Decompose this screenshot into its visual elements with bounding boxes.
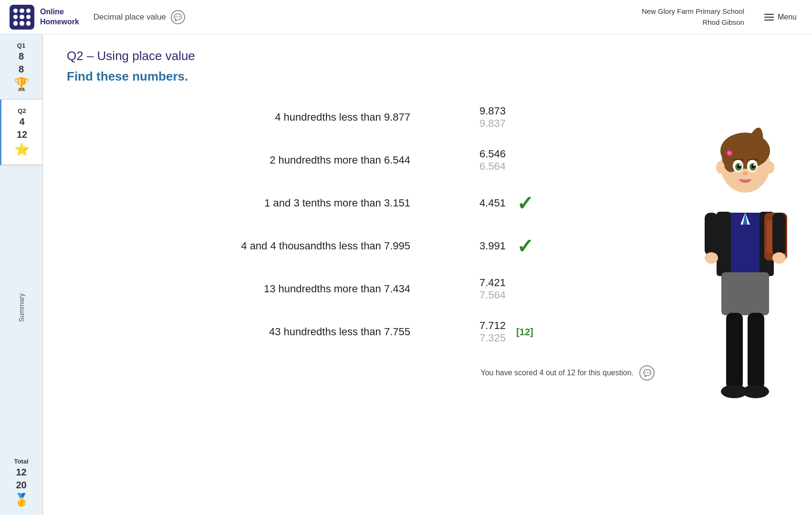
svg-point-22	[766, 161, 774, 174]
qa-correct-answer: 7.564	[479, 289, 506, 301]
sidebar-q2[interactable]: Q2 4 12 ⭐	[0, 100, 42, 165]
svg-rect-23	[705, 213, 718, 256]
sidebar: Q1 8 8 🏆 Q2 4 12 ⭐ Summary Total 12 20 🥇	[0, 34, 43, 515]
checkmark-icon: ✓	[517, 192, 533, 215]
q2-total: 12	[17, 129, 27, 140]
q2-label: Q2	[18, 107, 26, 114]
question-title: Q2 – Using place value	[67, 49, 655, 63]
qa-answer-area: 4.451	[439, 197, 506, 209]
q1-badge: 🏆	[14, 77, 29, 92]
q1-total: 8	[19, 64, 24, 75]
badge-hint: [12]	[516, 327, 533, 338]
total-score: 12	[16, 467, 26, 478]
svg-point-30	[742, 385, 769, 398]
svg-rect-27	[726, 313, 743, 389]
content-area: Q2 – Using place value Find these number…	[43, 34, 678, 515]
total-badge: 🥇	[14, 493, 29, 507]
qa-answer-area: 7.7127.325	[439, 319, 506, 344]
checkmark-icon: ✓	[517, 235, 533, 258]
qa-question-text: 4 and 4 thousandths less than 7.995	[67, 240, 439, 252]
total-label: Total	[14, 458, 28, 465]
qa-mark: ✓	[506, 235, 544, 258]
svg-point-18	[739, 164, 741, 166]
q2-score: 4	[19, 116, 24, 127]
total-possible: 20	[16, 480, 26, 491]
q1-score: 8	[19, 51, 24, 62]
character-illustration	[690, 108, 800, 442]
svg-point-26	[772, 252, 786, 264]
school-info: New Glory Farm Primary School Rhod Gibso…	[642, 6, 744, 28]
menu-button[interactable]: Menu	[759, 9, 802, 25]
svg-point-32	[728, 151, 731, 155]
app-name: Online Homework	[40, 7, 79, 27]
qa-row: 2 hundredths more than 6.5446.5466.564	[67, 146, 544, 175]
menu-label: Menu	[778, 13, 797, 21]
svg-point-19	[753, 164, 755, 166]
qa-question-text: 13 hundredths more than 7.434	[67, 283, 439, 295]
qa-correct-answer: 7.325	[479, 332, 506, 344]
qa-correct-answer: 9.837	[479, 117, 506, 130]
qa-user-answer: 9.873	[479, 105, 506, 117]
user-name: Rhod Gibson	[642, 17, 744, 28]
topic-label: Decimal place value	[94, 12, 166, 22]
sidebar-total: Total 12 20 🥇	[0, 450, 42, 515]
qa-correct-answer: 6.564	[479, 160, 506, 173]
qa-user-answer: 3.991	[479, 240, 506, 252]
qa-row: 43 hundredths less than 7.7557.7127.325[…	[67, 318, 544, 346]
qa-user-answer: 7.712	[479, 319, 506, 332]
app-logo[interactable]	[10, 5, 34, 30]
qa-answer-area: 3.991	[439, 240, 506, 252]
topic-area: Decimal place value 💬	[94, 10, 642, 24]
svg-rect-4	[717, 212, 731, 276]
hamburger-icon	[764, 14, 774, 21]
header-right: New Glory Farm Primary School Rhod Gibso…	[642, 6, 802, 28]
qa-question-text: 2 hundredths more than 6.544	[67, 154, 439, 166]
question-subtitle: Find these numbers.	[67, 69, 655, 84]
svg-rect-24	[772, 213, 786, 256]
qa-row: 1 and 3 tenths more than 3.1514.451✓	[67, 189, 544, 217]
summary-label: Summary	[18, 294, 25, 322]
qa-answer-area: 7.4217.564	[439, 277, 506, 301]
score-text: You have scored 4 out of 12 for this que…	[480, 369, 634, 377]
qa-row: 4 hundredths less than 9.8779.8739.837	[67, 103, 544, 132]
qa-user-answer: 6.546	[479, 148, 506, 160]
logo-area: Online Homework	[10, 5, 79, 30]
svg-point-20	[743, 172, 748, 175]
qa-user-answer: 4.451	[479, 197, 506, 209]
qa-question-text: 1 and 3 tenths more than 3.151	[67, 197, 439, 209]
character-area	[678, 34, 812, 515]
qa-answer-area: 6.5466.564	[439, 148, 506, 173]
qa-table: 4 hundredths less than 9.8779.8739.8372 …	[67, 103, 544, 346]
qa-answer-area: 9.8739.837	[439, 105, 506, 130]
sidebar-summary[interactable]: Summary	[0, 165, 42, 450]
qa-mark: [12]	[506, 327, 544, 338]
score-comment-icon[interactable]: 💬	[639, 365, 655, 381]
svg-point-25	[705, 252, 718, 264]
header: Online Homework Decimal place value 💬 Ne…	[0, 0, 812, 34]
svg-point-21	[716, 161, 725, 174]
svg-rect-28	[748, 313, 764, 389]
qa-user-answer: 7.421	[479, 277, 506, 289]
q1-label: Q1	[17, 42, 25, 49]
sidebar-q1[interactable]: Q1 8 8 🏆	[0, 34, 42, 100]
main-layout: Q1 8 8 🏆 Q2 4 12 ⭐ Summary Total 12 20 🥇…	[0, 34, 812, 515]
school-name: New Glory Farm Primary School	[642, 6, 744, 17]
score-footer: You have scored 4 out of 12 for this que…	[67, 365, 655, 381]
qa-row: 4 and 4 thousandths less than 7.9953.991…	[67, 232, 544, 260]
qa-question-text: 4 hundredths less than 9.877	[67, 111, 439, 124]
qa-mark: ✓	[506, 192, 544, 215]
q2-badge: ⭐	[14, 142, 30, 157]
qa-row: 13 hundredths more than 7.4347.4217.564	[67, 275, 544, 303]
comment-icon[interactable]: 💬	[171, 10, 185, 24]
svg-rect-6	[721, 272, 769, 315]
qa-question-text: 43 hundredths less than 7.755	[67, 326, 439, 338]
